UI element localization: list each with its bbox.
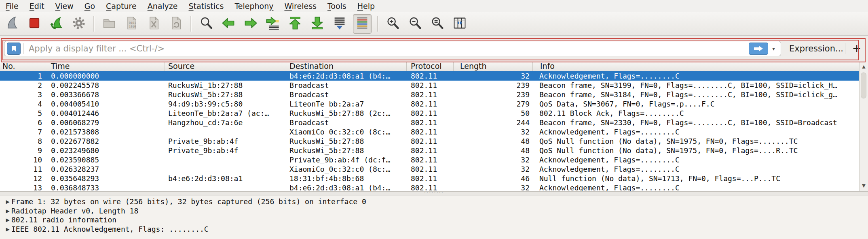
packet-row-3[interactable]: 30.003366678RuckusWi_5b:27:88Broadcast80… — [0, 90, 859, 99]
cell-source: Private_9b:ab:4f — [165, 137, 286, 146]
packet-row-4[interactable]: 40.00400541094:d9:b3:99:c5:80LiteonTe_bb… — [0, 99, 859, 109]
zoom-reset-button[interactable] — [429, 15, 446, 33]
packet-row-1[interactable]: 10.000000000b4:e6:2d:d3:08:a1 (b4:…802.1… — [0, 71, 859, 81]
expander-icon[interactable]: ▶ — [4, 197, 11, 207]
menu-item-help[interactable]: Help — [357, 2, 375, 11]
cell-length: 239 — [454, 81, 533, 90]
cell-destination: XiaomiCo_0c:32:c0 (8c:… — [286, 127, 407, 137]
packet-row-10[interactable]: 100.023590885Private_9b:ab:4f (dc:f…802.… — [0, 155, 859, 164]
cell-source: b4:e6:2d:d3:08:a1 — [165, 174, 286, 183]
go-to-packet-button[interactable] — [264, 15, 282, 33]
menu-item-view[interactable]: View — [55, 2, 74, 11]
packet-row-6[interactable]: 60.006068279Hangzhou_cd:7a:6eBroadcast80… — [0, 118, 859, 127]
cell-destination: 18:31:bf:4b:8b:68 — [286, 174, 407, 183]
cell-info: QoS Data, SN=3067, FN=0, Flags=.p....F.C — [533, 99, 859, 109]
cell-destination: b4:e6:2d:d3:08:a1 (b4:… — [286, 71, 407, 81]
cell-no: 5 — [0, 109, 45, 118]
packet-row-12[interactable]: 120.035648293b4:e6:2d:d3:08:a118:31:bf:4… — [0, 174, 859, 183]
display-filter-field[interactable]: ▾ — [4, 41, 781, 56]
toolbar-separator — [93, 16, 95, 32]
cell-no: 2 — [0, 81, 45, 90]
cell-source — [165, 127, 286, 137]
colorize-packets-button[interactable] — [353, 14, 372, 34]
cell-time: 0.000000000 — [45, 71, 165, 81]
scrollbar-thumb[interactable] — [861, 73, 866, 98]
cell-info: Acknowledgement, Flags=........C — [533, 71, 859, 81]
detail-line-3[interactable]: ▶802.11 radio information — [0, 216, 868, 225]
cell-destination: XiaomiCo_0c:32:c0 (8c:… — [286, 164, 407, 174]
column-header-dst[interactable]: Destination — [286, 62, 407, 71]
detail-line-2[interactable]: ▶Radiotap Header v0, Length 18 — [0, 207, 868, 216]
menu-item-tools[interactable]: Tools — [327, 2, 346, 11]
add-filter-button[interactable]: + — [850, 41, 864, 56]
cell-protocol: 802.11 — [407, 174, 454, 183]
expander-icon[interactable]: ▶ — [4, 207, 11, 216]
menu-bar: FileEditViewGoCaptureAnalyzeStatisticsTe… — [0, 0, 868, 12]
packet-row-2[interactable]: 20.002245578RuckusWi_1b:27:88Broadcast80… — [0, 81, 859, 90]
menu-item-capture[interactable]: Capture — [106, 2, 137, 11]
magnifier-icon — [199, 16, 213, 32]
resize-columns-button[interactable] — [451, 15, 469, 33]
column-header-len[interactable]: Length — [454, 62, 533, 71]
restart-capture-button[interactable] — [48, 15, 65, 33]
column-header-proto[interactable]: Protocol — [407, 62, 454, 71]
cell-protocol: 802.11 — [407, 99, 454, 109]
auto-scroll-button[interactable] — [331, 15, 348, 33]
magnifier-plus-icon — [386, 16, 400, 32]
cell-time: 0.022677882 — [45, 137, 165, 146]
cell-time: 0.023249680 — [45, 146, 165, 155]
menu-item-statistics[interactable]: Statistics — [189, 2, 224, 11]
go-forward-button[interactable] — [242, 15, 260, 33]
packet-row-8[interactable]: 80.022677882Private_9b:ab:4fRuckusWi_5b:… — [0, 137, 859, 146]
cell-info: Acknowledgement, Flags=........C — [533, 183, 859, 191]
go-to-last-packet-button[interactable] — [308, 15, 326, 33]
apply-filter-button[interactable] — [749, 43, 768, 55]
go-to-first-packet-button[interactable] — [286, 15, 304, 33]
file-reload-icon — [169, 16, 183, 32]
scrollbar-up-icon[interactable]: ▲ — [860, 62, 868, 71]
column-header-time[interactable]: Time — [45, 62, 165, 71]
cell-source: 94:d9:b3:99:c5:80 — [165, 99, 286, 109]
arrow-bottom-green-icon — [310, 16, 325, 32]
menu-item-telephony[interactable]: Telephony — [234, 2, 273, 11]
stop-capture-button[interactable] — [25, 15, 43, 33]
cell-protocol: 802.11 — [407, 118, 454, 127]
menu-item-wireless[interactable]: Wireless — [284, 2, 317, 11]
find-packet-button[interactable] — [197, 15, 215, 33]
detail-line-4[interactable]: ▶IEEE 802.11 Acknowledgement, Flags: ...… — [0, 225, 868, 234]
zoom-in-button[interactable] — [384, 15, 402, 33]
filter-bookmark-icon[interactable] — [7, 43, 21, 55]
pane-splitter[interactable] — [0, 191, 868, 196]
cell-info: Acknowledgement, Flags=........C — [533, 155, 859, 164]
cell-length: 48 — [454, 146, 533, 155]
filter-dropdown-caret-icon[interactable]: ▾ — [772, 45, 775, 52]
menu-item-file[interactable]: File — [6, 2, 19, 11]
go-back-button[interactable] — [220, 15, 237, 33]
cell-destination: RuckusWi_5b:27:88 (2c:… — [286, 109, 407, 118]
capture-options-button[interactable] — [70, 15, 88, 33]
toolbar-separator — [377, 16, 378, 32]
packet-row-7[interactable]: 70.021573808XiaomiCo_0c:32:c0 (8c:…802.1… — [0, 127, 859, 137]
packet-row-11[interactable]: 110.026328237XiaomiCo_0c:32:c0 (8c:…802.… — [0, 164, 859, 174]
packet-list-scrollbar[interactable]: ▲ ▼ — [859, 62, 868, 191]
packet-row-5[interactable]: 50.004012446LiteonTe_bb:2a:a7 (ac:…Rucku… — [0, 109, 859, 118]
zoom-out-button[interactable] — [406, 15, 424, 33]
cell-info: Acknowledgement, Flags=........C — [533, 164, 859, 174]
column-header-info[interactable]: Info — [533, 62, 859, 71]
cell-time: 0.002245578 — [45, 81, 165, 90]
column-header-src[interactable]: Source — [165, 62, 286, 71]
cell-no: 3 — [0, 90, 45, 99]
menu-item-analyze[interactable]: Analyze — [148, 2, 178, 11]
packet-row-9[interactable]: 90.023249680Private_9b:ab:4fRuckusWi_5b:… — [0, 146, 859, 155]
cell-time: 0.026328237 — [45, 164, 165, 174]
detail-line-1[interactable]: ▶Frame 1: 32 bytes on wire (256 bits), 3… — [0, 197, 868, 207]
menu-item-go[interactable]: Go — [84, 2, 95, 11]
display-filter-input[interactable] — [24, 43, 747, 54]
splitter-grip-icon[interactable] — [418, 192, 450, 195]
expander-icon[interactable]: ▶ — [4, 225, 11, 234]
scrollbar-down-icon[interactable]: ▼ — [860, 181, 868, 190]
expression-button[interactable]: Expression... — [789, 41, 843, 56]
column-header-no[interactable]: No. — [0, 62, 45, 71]
expander-icon[interactable]: ▶ — [4, 216, 11, 225]
menu-item-edit[interactable]: Edit — [30, 2, 44, 11]
